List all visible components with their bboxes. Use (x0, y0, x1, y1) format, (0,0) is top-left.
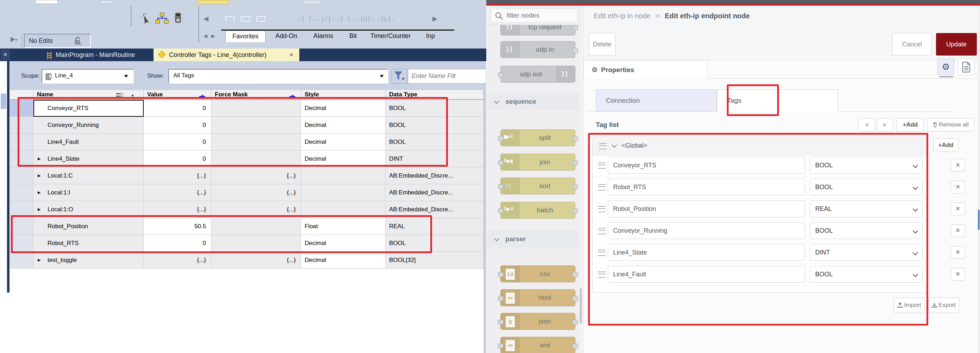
instruction-tab-input[interactable]: Inp (426, 32, 435, 40)
tag-type-select[interactable]: BOOL (810, 266, 923, 283)
row-margin[interactable] (10, 150, 33, 167)
instruction-tab-bit[interactable]: Bit (349, 32, 357, 40)
tag-style-cell[interactable]: Decimal (301, 100, 386, 117)
tag-name-cell[interactable]: Conveyor_RTS (33, 100, 144, 117)
input-port[interactable] (498, 320, 504, 325)
expand-arrow-icon[interactable]: ▶ (38, 201, 40, 218)
remove-tag-button[interactable]: × (951, 159, 965, 172)
tray-scrollbar-thumb[interactable] (978, 209, 980, 230)
tag-name-cell[interactable]: Robot_RTS (33, 235, 144, 252)
tab-controller-tags[interactable]: Controller Tags - Line_4(controller) × (154, 49, 299, 61)
rung-branch-icon[interactable] (241, 16, 250, 22)
output-port[interactable] (572, 25, 578, 30)
device-icon[interactable] (175, 13, 182, 23)
tab-connection[interactable]: Connection (596, 89, 717, 112)
delete-button[interactable]: Delete (589, 33, 616, 55)
row-margin[interactable] (10, 252, 33, 269)
tag-type-select[interactable]: REAL (810, 200, 923, 217)
import-button[interactable]: Import (894, 298, 925, 313)
drag-handle-icon[interactable] (599, 143, 607, 149)
remove-tag-button[interactable]: × (951, 268, 965, 280)
row-margin[interactable] (10, 201, 33, 218)
output-port[interactable] (572, 344, 578, 348)
instruction-tabs-scroll-right[interactable]: ▶ (211, 33, 215, 39)
palette-node-json[interactable]: {} json (500, 313, 575, 330)
column-header-name[interactable]: Name ▲ (33, 90, 144, 100)
tag-name-input[interactable]: Conveyor_Running (608, 222, 805, 239)
tag-type-cell[interactable]: DINT (386, 150, 484, 167)
tag-name-cell[interactable]: ▶Local:1:C (33, 167, 144, 184)
input-port[interactable] (498, 136, 504, 141)
input-port[interactable] (498, 296, 504, 301)
output-port[interactable] (572, 160, 578, 165)
palette-node-xml[interactable]: <> xml (500, 337, 575, 353)
tag-style-cell[interactable]: Float (301, 218, 386, 235)
expand-arrow-icon[interactable]: ▶ (38, 150, 40, 167)
tag-style-cell[interactable]: Decimal (301, 150, 386, 167)
sort-ascending-icon[interactable]: ▲ (130, 90, 135, 100)
drag-handle-icon[interactable] (598, 271, 606, 278)
otu-instruction-icon[interactable]: -(U)- (356, 16, 374, 22)
tag-type-select[interactable]: BOOL (810, 179, 923, 195)
tag-style-cell[interactable]: Decimal (301, 252, 386, 269)
left-rail-divider[interactable] (7, 61, 10, 293)
properties-view-button[interactable]: ⚙ (937, 59, 954, 75)
remove-tag-button[interactable]: × (951, 246, 965, 259)
chevron-down-icon[interactable] (612, 142, 617, 148)
tag-value-cell[interactable]: {...} (144, 184, 211, 201)
tag-type-cell[interactable]: BOOL (386, 100, 484, 117)
lock-icon[interactable] (73, 36, 83, 50)
tag-type-cell[interactable]: AB:Embedded_Discre... (386, 201, 484, 218)
palette-node-join[interactable]: ⠿▶▮ join (500, 154, 575, 171)
tag-style-cell[interactable] (301, 184, 386, 201)
tag-force-cell[interactable] (211, 150, 301, 167)
output-port[interactable] (572, 209, 578, 214)
column-header-force-mask[interactable]: Force Mask (211, 90, 301, 100)
row-margin[interactable] (10, 235, 33, 252)
drag-handle-icon[interactable] (598, 206, 606, 212)
tag-force-cell[interactable] (211, 235, 301, 252)
column-header-data-type[interactable]: Data Type (386, 90, 484, 100)
tag-name-cell[interactable]: Line4_Fault (33, 134, 144, 150)
wand-pointer-icon[interactable] (140, 12, 152, 24)
palette-search-input[interactable] (506, 11, 574, 20)
rung-branch-level-icon[interactable] (256, 16, 266, 22)
scope-dropdown[interactable]: Line_4 (41, 69, 134, 84)
instruction-tab-alarms[interactable]: Alarms (313, 32, 333, 40)
show-dropdown[interactable]: All Tags (168, 69, 388, 84)
tag-name-cell[interactable]: ▶Local:1:I (33, 184, 144, 201)
export-button[interactable]: Export (928, 298, 959, 313)
tag-type-cell[interactable]: BOOL (386, 235, 484, 252)
palette-node-udp-in[interactable]: ) ) udp in (500, 41, 575, 58)
drag-handle-icon[interactable] (598, 228, 606, 234)
tag-type-cell[interactable]: BOOL (386, 134, 484, 150)
input-port[interactable] (498, 73, 504, 78)
palette-node-udp-out[interactable]: ) ) udp out (500, 66, 575, 82)
palette-search-box[interactable] (491, 8, 578, 22)
palette-node-sort[interactable]: ↑↓ sort (500, 177, 575, 195)
remove-tag-button[interactable]: × (951, 203, 965, 215)
instruction-tab-addon[interactable]: Add-On (275, 32, 297, 40)
instruction-tab-favorites[interactable]: Favorites (225, 31, 266, 42)
input-port[interactable] (498, 160, 504, 165)
ote-instruction-icon[interactable]: -( )- (336, 16, 354, 22)
input-port[interactable] (498, 344, 504, 348)
instruction-tab-timer-counter[interactable]: Timer/Counter (371, 32, 410, 40)
panel-close-button[interactable]: × (1, 49, 10, 60)
xic-instruction-icon[interactable]: -| |- (298, 16, 315, 22)
tag-name-cell[interactable]: ▶Line4_State (33, 150, 144, 167)
palette-node-html[interactable]: <> html (500, 290, 575, 306)
cancel-button[interactable]: Cancel (892, 33, 932, 55)
instruction-scroll-right[interactable]: ▶ (433, 15, 438, 22)
update-button[interactable]: Update (936, 33, 977, 55)
scope-dropdown-arrow[interactable] (124, 75, 128, 78)
tag-value-cell[interactable]: 0 (144, 117, 211, 134)
input-port[interactable] (498, 272, 504, 277)
tag-name-input[interactable]: Line4_Fault (608, 266, 805, 283)
palette-node-split[interactable]: ▮▶⠿ split (500, 130, 575, 146)
output-port[interactable] (572, 296, 578, 301)
remove-tag-button[interactable]: × (951, 224, 965, 237)
tab-properties[interactable]: ⚙Properties (584, 60, 708, 79)
tag-force-cell[interactable]: {...} (211, 201, 301, 218)
tag-value-cell[interactable]: 50.5 (144, 218, 211, 235)
